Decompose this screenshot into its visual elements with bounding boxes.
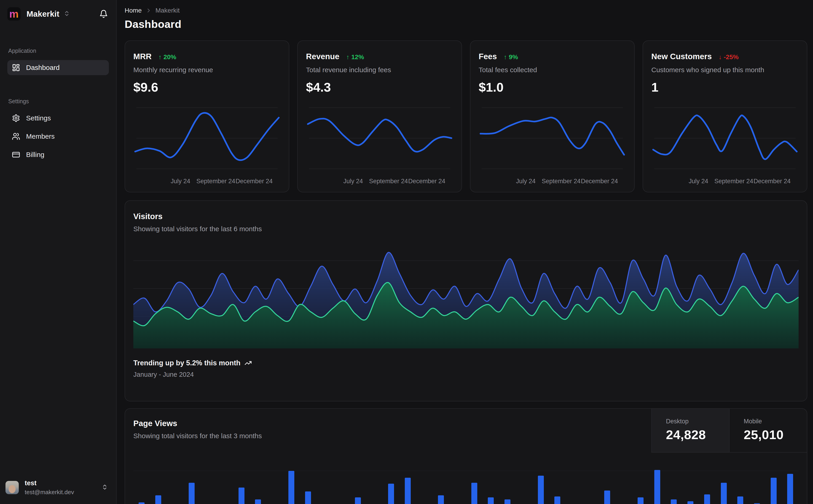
- bar-slot: [466, 458, 482, 504]
- stat-axis: July 24September 24December 24: [479, 178, 626, 188]
- bar: [239, 488, 245, 504]
- bar-slot: [682, 458, 699, 504]
- workspace-name: Makerkit: [27, 9, 59, 19]
- stat-delta-badge: ↑ 12%: [346, 53, 364, 61]
- stat-value: $9.6: [133, 80, 281, 95]
- bar-slot: [765, 458, 782, 504]
- axis-tick-label: September 24: [369, 178, 408, 185]
- bar: [538, 476, 544, 504]
- bar-slot: [715, 458, 732, 504]
- user-menu[interactable]: test test@makerkit.dev: [0, 472, 116, 504]
- bar: [155, 495, 161, 504]
- stat-sparkline-chart: [306, 101, 453, 175]
- bar: [471, 483, 477, 504]
- bar-slot: [183, 458, 200, 504]
- bar: [255, 499, 261, 504]
- visitors-trend-text: Trending up by 5.2% this month: [133, 359, 240, 367]
- stat-delta-badge: ↑ 20%: [158, 53, 176, 61]
- visitors-footer: Trending up by 5.2% this month January -…: [133, 359, 799, 378]
- stat-axis: July 24September 24December 24: [133, 178, 281, 188]
- bar: [189, 483, 194, 504]
- page-views-header: Page Views Showing total visitors for th…: [125, 409, 807, 453]
- bar: [305, 491, 311, 504]
- bar-slot: [383, 458, 400, 504]
- sidebar-item-billing[interactable]: Billing: [7, 147, 109, 162]
- breadcrumb-home-link[interactable]: Home: [125, 7, 142, 14]
- notifications-button[interactable]: [99, 10, 108, 18]
- page-views-card: Page Views Showing total visitors for th…: [125, 408, 807, 504]
- axis-tick-label: September 24: [542, 178, 581, 185]
- bar-slot: [732, 458, 749, 504]
- axis-tick-label: December 24: [408, 178, 445, 185]
- stat-delta-badge: ↑ 9%: [504, 53, 518, 61]
- bar-slot: [549, 458, 566, 504]
- user-avatar: [5, 481, 19, 494]
- stat-description: Total revenue including fees: [306, 66, 453, 74]
- user-name: test: [25, 479, 74, 487]
- trending-up-icon: [245, 359, 252, 367]
- bar-slot: [400, 458, 416, 504]
- bar-slot: [599, 458, 616, 504]
- stat-card-new-customers: New Customers↓ -25%Customers who signed …: [643, 40, 807, 192]
- toggle-value: 24,828: [666, 427, 729, 442]
- bar-slot: [649, 458, 666, 504]
- page-views-title: Page Views: [133, 419, 651, 428]
- stat-description: Customers who signed up this month: [651, 66, 799, 74]
- bar-slot: [482, 458, 499, 504]
- bar-slot: [416, 458, 433, 504]
- stat-delta-badge: ↓ -25%: [719, 53, 739, 61]
- arrow-up-icon: ↑: [504, 53, 507, 61]
- chevrons-up-down-icon: [101, 484, 108, 490]
- members-icon: [12, 132, 20, 141]
- bar: [671, 499, 677, 504]
- stat-value: $1.0: [479, 80, 626, 95]
- stat-axis: July 24September 24December 24: [306, 178, 453, 188]
- axis-tick-label: September 24: [196, 178, 235, 185]
- sidebar-item-members[interactable]: Members: [7, 129, 109, 144]
- stat-card-fees: Fees↑ 9%Total fees collected$1.0July 24S…: [470, 40, 635, 192]
- bar-slot: [233, 458, 250, 504]
- bar: [388, 484, 394, 504]
- bar: [721, 483, 727, 504]
- bar: [554, 496, 560, 504]
- bar-slot: [666, 458, 682, 504]
- bar-slot: [366, 458, 383, 504]
- workspace-switcher[interactable]: [64, 10, 70, 18]
- arrow-up-icon: ↑: [346, 53, 349, 61]
- bar-slot: [632, 458, 649, 504]
- page-views-toggle-desktop[interactable]: Desktop24,828: [651, 409, 729, 453]
- stat-description: Total fees collected: [479, 66, 626, 74]
- stat-title: MRR: [133, 52, 151, 61]
- bar-slot: [499, 458, 516, 504]
- bar-slot: [433, 458, 449, 504]
- axis-tick-label: July 24: [689, 178, 708, 185]
- dashboard-icon: [12, 64, 20, 72]
- visitors-title: Visitors: [133, 212, 799, 221]
- sidebar-item-dashboard[interactable]: Dashboard: [7, 60, 109, 75]
- main-content: Home Makerkit Dashboard MRR↑ 20%Monthly …: [117, 0, 813, 504]
- stat-value: $4.3: [306, 80, 453, 95]
- bar-slot: [582, 458, 599, 504]
- bar-slot: [782, 458, 799, 504]
- page-views-toggle-mobile[interactable]: Mobile25,010: [729, 409, 807, 453]
- stat-card-revenue: Revenue↑ 12%Total revenue including fees…: [297, 40, 462, 192]
- bar-slot: [267, 458, 283, 504]
- sidebar-item-settings[interactable]: Settings: [7, 111, 109, 126]
- bar-slot: [316, 458, 333, 504]
- stat-title: New Customers: [651, 52, 712, 61]
- stat-value: 1: [651, 80, 799, 95]
- bar-slot: [516, 458, 533, 504]
- bar-slot: [200, 458, 217, 504]
- bar: [688, 501, 693, 504]
- axis-tick-label: July 24: [343, 178, 363, 185]
- bar-slot: [532, 458, 549, 504]
- axis-tick-label: July 24: [170, 178, 190, 185]
- bar-slot: [300, 458, 316, 504]
- visitors-date-range: January - June 2024: [133, 371, 799, 378]
- bar: [787, 474, 793, 504]
- brand-logo: m: [7, 7, 21, 21]
- sidebar-section-label: Settings: [8, 98, 109, 105]
- stat-sparkline-chart: [133, 101, 281, 175]
- bar: [638, 497, 644, 504]
- bar-slot: [566, 458, 582, 504]
